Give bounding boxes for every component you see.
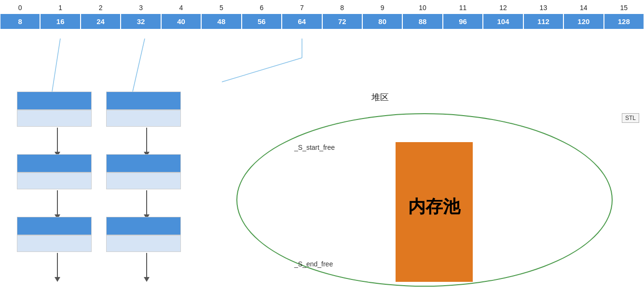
value-cell: 120 xyxy=(563,13,603,29)
arrow-head xyxy=(144,277,150,282)
right-arrow-3 xyxy=(144,253,150,282)
block-top xyxy=(17,92,92,110)
block-top xyxy=(106,217,181,235)
value-cell: 48 xyxy=(201,13,241,29)
value-cell: 112 xyxy=(523,13,563,29)
block-bottom xyxy=(17,172,92,189)
block-top xyxy=(17,217,92,235)
value-cell: 72 xyxy=(322,13,362,29)
svg-line-1 xyxy=(133,39,145,92)
arrow-head xyxy=(55,277,60,282)
left-arrow-2 xyxy=(55,190,60,219)
value-cell: 24 xyxy=(81,13,121,29)
block-bottom xyxy=(17,110,92,127)
arrow-line xyxy=(57,128,58,152)
index-cell: 8 xyxy=(322,4,362,12)
left-arrow-1 xyxy=(55,128,60,157)
index-cell: 0 xyxy=(0,4,40,12)
svg-line-3 xyxy=(222,58,302,82)
svg-line-0 xyxy=(52,39,60,92)
start-free-label: _S_start_free xyxy=(294,144,335,151)
index-cell: 2 xyxy=(81,4,121,12)
block-bottom xyxy=(106,235,181,252)
left-list-block-3 xyxy=(17,217,92,252)
arrow-line xyxy=(146,253,147,277)
index-row: 0123456789101112131415 xyxy=(0,0,644,13)
arrow-line xyxy=(146,190,147,214)
value-cell: 16 xyxy=(40,13,80,29)
block-bottom xyxy=(106,172,181,189)
right-arrow-1 xyxy=(144,128,150,157)
value-cell: 56 xyxy=(242,13,282,29)
right-list-block-2 xyxy=(106,154,181,189)
right-list-block-3 xyxy=(106,217,181,252)
index-cell: 10 xyxy=(402,4,442,12)
value-cell: 104 xyxy=(483,13,523,29)
heap-title: 堆区 xyxy=(371,92,389,103)
value-cell: 96 xyxy=(443,13,483,29)
value-cell: 80 xyxy=(362,13,402,29)
value-cell: 40 xyxy=(161,13,201,29)
index-cell: 7 xyxy=(282,4,322,12)
block-top xyxy=(106,92,181,110)
arrow-line xyxy=(146,128,147,152)
right-arrow-2 xyxy=(144,190,150,219)
arrow-line xyxy=(57,253,58,277)
block-top xyxy=(106,154,181,172)
index-cell: 11 xyxy=(443,4,483,12)
diagram-area: 堆区 _S_start_free _S_end_free 内存池 STL xyxy=(0,39,644,304)
end-free-label: _S_end_free xyxy=(294,260,333,268)
index-cell: 3 xyxy=(121,4,161,12)
block-top xyxy=(17,154,92,172)
index-cell: 14 xyxy=(563,4,603,12)
index-cell: 15 xyxy=(604,4,644,12)
right-list-block-1 xyxy=(106,92,181,127)
index-cell: 6 xyxy=(242,4,282,12)
index-cell: 13 xyxy=(523,4,563,12)
index-cell: 9 xyxy=(362,4,402,12)
block-bottom xyxy=(106,110,181,127)
left-list-block-2 xyxy=(17,154,92,189)
left-arrow-3 xyxy=(55,253,60,282)
arrow-line xyxy=(57,190,58,214)
memory-pool-label: 内存池 xyxy=(396,195,473,219)
index-cell: 1 xyxy=(40,4,80,12)
block-bottom xyxy=(17,235,92,252)
value-cell: 64 xyxy=(282,13,322,29)
value-cell: 32 xyxy=(121,13,161,29)
index-cell: 4 xyxy=(161,4,201,12)
index-cell: 12 xyxy=(483,4,523,12)
memory-pool-box: 内存池 xyxy=(396,142,473,282)
value-cell: 8 xyxy=(0,13,40,29)
value-row: 81624324048566472808896104112120128 xyxy=(0,13,644,29)
index-cell: 5 xyxy=(201,4,241,12)
value-cell: 88 xyxy=(402,13,442,29)
value-cell: 128 xyxy=(604,13,644,29)
stl-button[interactable]: STL xyxy=(622,113,639,123)
left-list-block-1 xyxy=(17,92,92,127)
